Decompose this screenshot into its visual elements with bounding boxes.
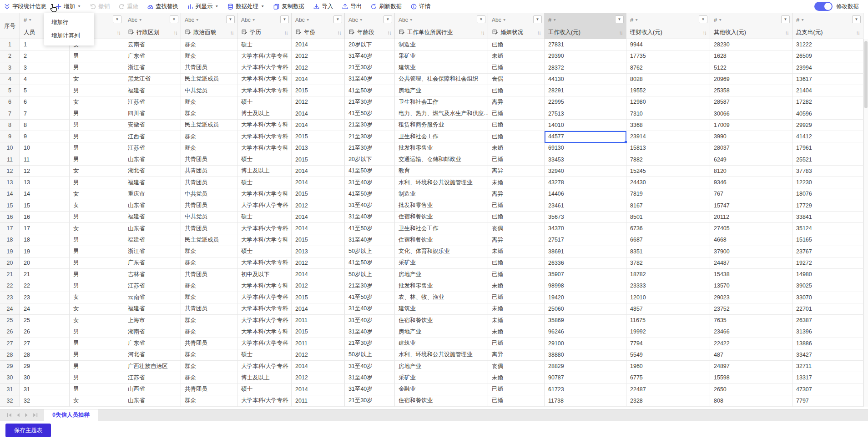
table-cell[interactable]: 21至30岁	[345, 96, 395, 108]
table-cell[interactable]: 女	[70, 292, 124, 303]
table-cell[interactable]: 2013	[292, 142, 345, 154]
table-cell[interactable]: 农、林、牧、渔业	[395, 292, 488, 303]
table-cell[interactable]: 2012	[292, 62, 345, 74]
table-cell[interactable]: 山东省	[124, 223, 181, 234]
table-cell[interactable]: 4	[20, 74, 70, 85]
table-cell[interactable]: 37900	[710, 246, 792, 257]
table-cell[interactable]: 21至30岁	[345, 62, 395, 74]
column-header[interactable]: Abc▼▼行政区划↑↓	[124, 13, 181, 39]
row-index-cell[interactable]: 9	[0, 131, 20, 142]
table-cell[interactable]: 湖北省	[124, 166, 181, 177]
table-cell[interactable]: 2015	[292, 131, 345, 142]
table-cell[interactable]: 采矿业	[395, 372, 488, 383]
table-cell[interactable]: 27513	[545, 108, 626, 120]
table-cell[interactable]: 2014	[292, 223, 345, 234]
table-cell[interactable]: 25358	[710, 85, 792, 96]
table-cell[interactable]: 大学本科/大学专科	[237, 326, 292, 338]
table-cell[interactable]: 28230	[710, 39, 792, 50]
table-cell[interactable]: 2014	[292, 303, 345, 315]
table-cell[interactable]: 浙江省	[124, 246, 181, 257]
scrollbar-thumb[interactable]	[864, 41, 868, 108]
table-cell[interactable]: 17282	[792, 96, 863, 108]
table-cell[interactable]: 21至30岁	[345, 120, 395, 131]
table-cell[interactable]: 7794	[626, 338, 710, 349]
table-cell[interactable]: 6687	[626, 234, 710, 246]
sort-icon[interactable]: ↑↓	[230, 30, 235, 35]
table-cell[interactable]: 未婚	[488, 142, 545, 154]
table-cell[interactable]: 90787	[545, 372, 626, 383]
table-cell[interactable]: 民主党派成员	[181, 234, 237, 246]
table-cell[interactable]: 28291	[545, 85, 626, 96]
table-cell[interactable]: 安徽省	[124, 120, 181, 131]
table-cell[interactable]: 福建省	[124, 234, 181, 246]
table-cell[interactable]: 33427	[792, 349, 863, 361]
table-cell[interactable]: 住宿和餐饮业	[395, 234, 488, 246]
table-cell[interactable]: 女	[70, 166, 124, 177]
table-cell[interactable]: 男	[70, 142, 124, 154]
table-cell[interactable]: 男	[70, 154, 124, 166]
table-cell[interactable]: 群众	[181, 246, 237, 257]
table-cell[interactable]: 5122	[710, 62, 792, 74]
table-cell[interactable]: 广东省	[124, 50, 181, 62]
table-cell[interactable]: 男	[70, 338, 124, 349]
table-cell[interactable]: 河北省	[124, 349, 181, 361]
table-cell[interactable]: 44577	[545, 131, 626, 142]
table-cell[interactable]: 房地产业	[395, 326, 488, 338]
table-cell[interactable]: 4668	[710, 234, 792, 246]
table-cell[interactable]: 31至40岁	[345, 303, 395, 315]
table-cell[interactable]: 已婚	[488, 131, 545, 142]
table-cell[interactable]: 41至50岁	[345, 85, 395, 96]
table-cell[interactable]: 大学本科/大学专科	[237, 338, 292, 349]
table-cell[interactable]: 男	[70, 349, 124, 361]
table-cell[interactable]: 男	[70, 212, 124, 223]
table-cell[interactable]: 吉林省	[124, 269, 181, 280]
table-cell[interactable]: 住宿和餐饮业	[395, 315, 488, 326]
table-cell[interactable]: 群众	[181, 280, 237, 292]
table-cell[interactable]: 已婚	[488, 154, 545, 166]
column-filter-button[interactable]: ▼	[113, 15, 121, 23]
table-cell[interactable]: 1960	[626, 361, 710, 372]
toolbar-item-refresh[interactable]: 刷新数据	[370, 3, 402, 10]
table-cell[interactable]: 43278	[545, 177, 626, 188]
active-sheet-tab[interactable]: 0失信人员抽样	[44, 409, 98, 421]
table-cell[interactable]: 大学本科/大学专科	[237, 200, 292, 212]
table-cell[interactable]: 离异	[488, 349, 545, 361]
table-cell[interactable]: 未婚	[488, 246, 545, 257]
table-cell[interactable]: 8167	[626, 200, 710, 212]
table-cell[interactable]: 17961	[792, 142, 863, 154]
table-cell[interactable]: 批发和零售业	[395, 142, 488, 154]
column-header[interactable]: Abc▼▼年龄段↑↓	[345, 13, 395, 39]
table-cell[interactable]: 31	[20, 384, 70, 395]
table-cell[interactable]: 水利、环境和公共设施管理业	[395, 349, 488, 361]
table-cell[interactable]: 男	[70, 50, 124, 62]
table-cell[interactable]: 2328	[626, 395, 710, 407]
table-cell[interactable]: 丧偶	[488, 74, 545, 85]
table-cell[interactable]: 41至50岁	[345, 166, 395, 177]
table-cell[interactable]: 31至40岁	[345, 361, 395, 372]
table-cell[interactable]: 8351	[626, 246, 710, 257]
column-header[interactable]: #▼▼总支出(元)↑↓	[792, 13, 863, 39]
table-cell[interactable]: 25521	[792, 154, 863, 166]
table-cell[interactable]: 14980	[792, 269, 863, 280]
table-cell[interactable]: 8501	[626, 212, 710, 223]
sort-icon[interactable]: ↑↓	[481, 30, 485, 35]
table-cell[interactable]: 31222	[792, 39, 863, 50]
table-cell[interactable]: 硕士	[237, 96, 292, 108]
table-cell[interactable]: 14406	[545, 188, 626, 200]
table-cell[interactable]: 共青团员	[181, 166, 237, 177]
table-cell[interactable]: 大学本科/大学专科	[237, 131, 292, 142]
table-cell[interactable]: 13317	[792, 372, 863, 383]
table-cell[interactable]: 24430	[626, 177, 710, 188]
table-cell[interactable]: 69130	[545, 142, 626, 154]
table-cell[interactable]: 群众	[181, 292, 237, 303]
table-cell[interactable]: 男	[70, 234, 124, 246]
table-cell[interactable]: 14	[20, 188, 70, 200]
table-cell[interactable]: 已婚	[488, 269, 545, 280]
table-cell[interactable]: 24487	[710, 257, 792, 269]
table-cell[interactable]: 中共党员	[181, 85, 237, 96]
column-header[interactable]: #▼▼工作收入(元)↑↓	[545, 13, 626, 39]
toolbar-item-copy[interactable]: 复制数据	[273, 3, 304, 10]
table-cell[interactable]: 博士及以上	[237, 166, 292, 177]
column-filter-button[interactable]: ▼	[615, 15, 624, 23]
table-cell[interactable]: 21至30岁	[345, 142, 395, 154]
